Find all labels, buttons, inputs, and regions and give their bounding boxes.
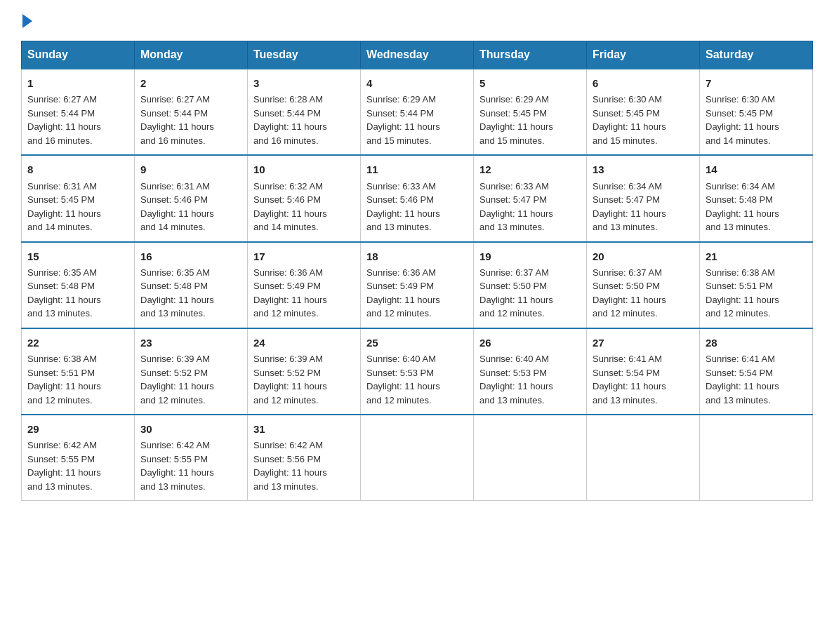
- day-header-wednesday: Wednesday: [361, 41, 474, 69]
- day-header-sunday: Sunday: [22, 41, 135, 69]
- calendar-cell: 27Sunrise: 6:41 AMSunset: 5:54 PMDayligh…: [587, 328, 700, 415]
- day-info: Sunrise: 6:30 AMSunset: 5:45 PMDaylight:…: [593, 93, 694, 147]
- calendar-cell: 24Sunrise: 6:39 AMSunset: 5:52 PMDayligh…: [248, 328, 361, 415]
- day-info: Sunrise: 6:36 AMSunset: 5:49 PMDaylight:…: [253, 266, 355, 321]
- calendar-cell: 31Sunrise: 6:42 AMSunset: 5:56 PMDayligh…: [248, 415, 361, 501]
- day-number: 1: [27, 75, 128, 91]
- calendar-cell: 25Sunrise: 6:40 AMSunset: 5:53 PMDayligh…: [361, 328, 474, 415]
- calendar-cell: [587, 415, 700, 501]
- calendar-cell: 3Sunrise: 6:28 AMSunset: 5:44 PMDaylight…: [248, 69, 361, 155]
- calendar-cell: 5Sunrise: 6:29 AMSunset: 5:45 PMDaylight…: [474, 69, 587, 155]
- day-info: Sunrise: 6:39 AMSunset: 5:52 PMDaylight:…: [253, 352, 355, 407]
- day-info: Sunrise: 6:36 AMSunset: 5:49 PMDaylight:…: [366, 266, 468, 321]
- calendar-cell: 19Sunrise: 6:37 AMSunset: 5:50 PMDayligh…: [474, 242, 587, 328]
- day-number: 29: [27, 421, 128, 437]
- day-info: Sunrise: 6:33 AMSunset: 5:47 PMDaylight:…: [479, 180, 581, 234]
- day-info: Sunrise: 6:35 AMSunset: 5:48 PMDaylight:…: [140, 266, 241, 321]
- day-info: Sunrise: 6:35 AMSunset: 5:48 PMDaylight:…: [27, 266, 128, 321]
- day-number: 6: [593, 75, 694, 91]
- day-info: Sunrise: 6:38 AMSunset: 5:51 PMDaylight:…: [706, 266, 807, 321]
- day-number: 26: [479, 335, 581, 351]
- day-info: Sunrise: 6:40 AMSunset: 5:53 PMDaylight:…: [366, 352, 468, 407]
- calendar-cell: [361, 415, 474, 501]
- day-info: Sunrise: 6:40 AMSunset: 5:53 PMDaylight:…: [479, 352, 581, 407]
- day-number: 11: [366, 161, 468, 177]
- day-number: 7: [706, 75, 807, 91]
- day-number: 21: [706, 248, 807, 264]
- day-number: 19: [479, 248, 581, 264]
- calendar-cell: [700, 415, 813, 501]
- calendar-cell: 4Sunrise: 6:29 AMSunset: 5:44 PMDaylight…: [361, 69, 474, 155]
- day-header-thursday: Thursday: [474, 41, 587, 69]
- calendar-table: SundayMondayTuesdayWednesdayThursdayFrid…: [21, 41, 813, 501]
- week-row-2: 8Sunrise: 6:31 AMSunset: 5:45 PMDaylight…: [22, 155, 813, 241]
- day-number: 28: [706, 335, 807, 351]
- day-number: 2: [140, 75, 241, 91]
- week-row-4: 22Sunrise: 6:38 AMSunset: 5:51 PMDayligh…: [22, 328, 813, 415]
- week-row-3: 15Sunrise: 6:35 AMSunset: 5:48 PMDayligh…: [22, 242, 813, 328]
- day-info: Sunrise: 6:33 AMSunset: 5:46 PMDaylight:…: [366, 180, 468, 234]
- week-row-1: 1Sunrise: 6:27 AMSunset: 5:44 PMDaylight…: [22, 69, 813, 155]
- day-info: Sunrise: 6:39 AMSunset: 5:52 PMDaylight:…: [140, 352, 241, 407]
- logo-arrow-icon: [22, 14, 32, 28]
- day-info: Sunrise: 6:29 AMSunset: 5:44 PMDaylight:…: [366, 93, 468, 147]
- calendar-cell: [474, 415, 587, 501]
- day-info: Sunrise: 6:32 AMSunset: 5:46 PMDaylight:…: [253, 180, 355, 234]
- calendar-cell: 12Sunrise: 6:33 AMSunset: 5:47 PMDayligh…: [474, 155, 587, 241]
- day-header-monday: Monday: [135, 41, 248, 69]
- day-header-row: SundayMondayTuesdayWednesdayThursdayFrid…: [22, 41, 813, 69]
- day-info: Sunrise: 6:42 AMSunset: 5:55 PMDaylight:…: [27, 438, 128, 493]
- calendar-cell: 18Sunrise: 6:36 AMSunset: 5:49 PMDayligh…: [361, 242, 474, 328]
- calendar-cell: 11Sunrise: 6:33 AMSunset: 5:46 PMDayligh…: [361, 155, 474, 241]
- day-info: Sunrise: 6:37 AMSunset: 5:50 PMDaylight:…: [479, 266, 581, 321]
- calendar-cell: 30Sunrise: 6:42 AMSunset: 5:55 PMDayligh…: [135, 415, 248, 501]
- calendar-cell: 17Sunrise: 6:36 AMSunset: 5:49 PMDayligh…: [248, 242, 361, 328]
- day-number: 17: [253, 248, 355, 264]
- day-info: Sunrise: 6:41 AMSunset: 5:54 PMDaylight:…: [593, 352, 694, 407]
- day-number: 20: [593, 248, 694, 264]
- day-info: Sunrise: 6:28 AMSunset: 5:44 PMDaylight:…: [253, 93, 355, 147]
- calendar-cell: 15Sunrise: 6:35 AMSunset: 5:48 PMDayligh…: [22, 242, 135, 328]
- calendar-cell: 10Sunrise: 6:32 AMSunset: 5:46 PMDayligh…: [248, 155, 361, 241]
- day-info: Sunrise: 6:42 AMSunset: 5:55 PMDaylight:…: [140, 438, 241, 493]
- day-info: Sunrise: 6:31 AMSunset: 5:45 PMDaylight:…: [27, 180, 128, 234]
- day-number: 30: [140, 421, 241, 437]
- day-info: Sunrise: 6:31 AMSunset: 5:46 PMDaylight:…: [140, 180, 241, 234]
- calendar-cell: 26Sunrise: 6:40 AMSunset: 5:53 PMDayligh…: [474, 328, 587, 415]
- calendar-cell: 1Sunrise: 6:27 AMSunset: 5:44 PMDaylight…: [22, 69, 135, 155]
- day-header-tuesday: Tuesday: [248, 41, 361, 69]
- day-info: Sunrise: 6:37 AMSunset: 5:50 PMDaylight:…: [593, 266, 694, 321]
- day-number: 9: [140, 161, 241, 177]
- day-info: Sunrise: 6:27 AMSunset: 5:44 PMDaylight:…: [27, 93, 128, 147]
- day-number: 15: [27, 248, 128, 264]
- calendar-cell: 20Sunrise: 6:37 AMSunset: 5:50 PMDayligh…: [587, 242, 700, 328]
- day-number: 3: [253, 75, 355, 91]
- calendar-cell: 29Sunrise: 6:42 AMSunset: 5:55 PMDayligh…: [22, 415, 135, 501]
- calendar-cell: 21Sunrise: 6:38 AMSunset: 5:51 PMDayligh…: [700, 242, 813, 328]
- day-header-friday: Friday: [587, 41, 700, 69]
- day-number: 10: [253, 161, 355, 177]
- day-header-saturday: Saturday: [700, 41, 813, 69]
- day-info: Sunrise: 6:29 AMSunset: 5:45 PMDaylight:…: [479, 93, 581, 147]
- day-info: Sunrise: 6:34 AMSunset: 5:48 PMDaylight:…: [706, 180, 807, 234]
- calendar-cell: 9Sunrise: 6:31 AMSunset: 5:46 PMDaylight…: [135, 155, 248, 241]
- day-number: 22: [27, 335, 128, 351]
- day-number: 12: [479, 161, 581, 177]
- day-info: Sunrise: 6:41 AMSunset: 5:54 PMDaylight:…: [706, 352, 807, 407]
- logo: [21, 14, 32, 28]
- calendar-cell: 14Sunrise: 6:34 AMSunset: 5:48 PMDayligh…: [700, 155, 813, 241]
- day-number: 4: [366, 75, 468, 91]
- page-header: [21, 14, 813, 28]
- calendar-cell: 28Sunrise: 6:41 AMSunset: 5:54 PMDayligh…: [700, 328, 813, 415]
- week-row-5: 29Sunrise: 6:42 AMSunset: 5:55 PMDayligh…: [22, 415, 813, 501]
- day-number: 14: [706, 161, 807, 177]
- day-number: 24: [253, 335, 355, 351]
- day-number: 18: [366, 248, 468, 264]
- day-info: Sunrise: 6:42 AMSunset: 5:56 PMDaylight:…: [253, 438, 355, 493]
- day-number: 25: [366, 335, 468, 351]
- day-info: Sunrise: 6:34 AMSunset: 5:47 PMDaylight:…: [593, 180, 694, 234]
- calendar-cell: 13Sunrise: 6:34 AMSunset: 5:47 PMDayligh…: [587, 155, 700, 241]
- calendar-cell: 8Sunrise: 6:31 AMSunset: 5:45 PMDaylight…: [22, 155, 135, 241]
- day-number: 13: [593, 161, 694, 177]
- day-info: Sunrise: 6:38 AMSunset: 5:51 PMDaylight:…: [27, 352, 128, 407]
